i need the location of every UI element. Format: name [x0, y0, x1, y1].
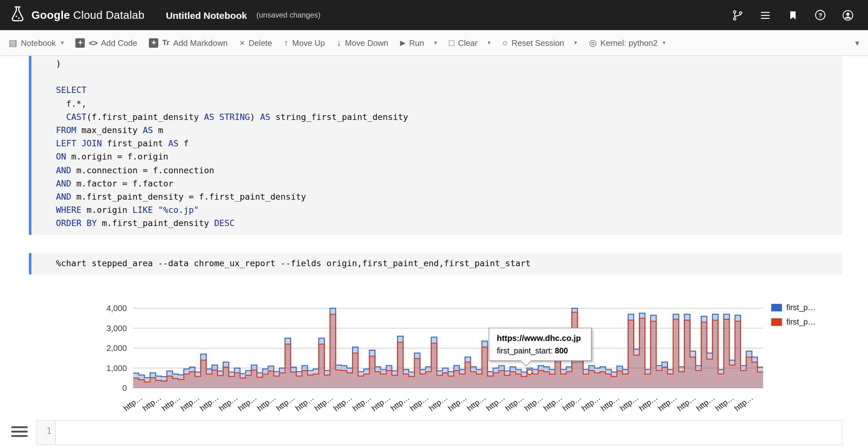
svg-text:http…: http… — [313, 393, 335, 412]
code-line: FROM max_density AS m — [56, 124, 842, 137]
add-code-button[interactable]: + <> Add Code — [76, 38, 137, 47]
code-icon: <> — [89, 38, 97, 47]
code-line: WHERE m.origin LIKE "%co.jp" — [56, 203, 842, 217]
code-line: ON m.origin = f.origin — [56, 150, 842, 164]
kernel-icon: ◎ — [589, 38, 596, 47]
code-line — [56, 70, 842, 84]
reset-dropdown-icon[interactable]: ▾ — [574, 39, 577, 46]
svg-text:0: 0 — [122, 383, 127, 392]
reset-session-label: Reset Session — [512, 38, 564, 47]
sql-code-cell[interactable]: ) SELECT f.*, CAST(f.first_paint_density… — [29, 56, 842, 235]
clear-dropdown-icon[interactable]: ▾ — [488, 39, 491, 46]
svg-text:http…: http… — [618, 393, 640, 412]
svg-text:http…: http… — [351, 393, 373, 412]
kernel-dropdown-icon: ▾ — [662, 39, 665, 46]
svg-text:http…: http… — [694, 393, 716, 412]
delete-label: Delete — [248, 38, 272, 47]
stepped-area-chart[interactable]: 01,0002,0003,0004,000http…http…http…http… — [0, 299, 816, 417]
add-markdown-label: Add Markdown — [173, 38, 228, 47]
svg-text:http…: http… — [293, 393, 316, 412]
clear-button[interactable]: □ Clear ▾ — [449, 38, 491, 47]
notebook-toolbar: ▤ Notebook ▾ + <> Add Code + Tr Add Mark… — [0, 30, 868, 56]
brand-rest: Cloud Datalab — [73, 8, 145, 21]
plus-icon: + — [149, 38, 159, 47]
notebook-menu-label: Notebook — [21, 38, 56, 47]
svg-text:http…: http… — [676, 393, 698, 412]
legend-label: first_p… — [786, 317, 815, 326]
git-branch-icon[interactable] — [731, 9, 744, 21]
legend-swatch-red — [771, 318, 782, 325]
svg-text:http…: http… — [217, 393, 239, 412]
svg-text:http…: http… — [637, 393, 659, 412]
svg-text:http…: http… — [141, 393, 163, 412]
svg-text:http…: http… — [523, 393, 545, 412]
code-line: LEFT JOIN first_paint AS f — [56, 137, 842, 150]
code-line: CAST(f.first_paint_density AS STRING) AS… — [56, 110, 842, 124]
svg-text:http…: http… — [255, 393, 277, 412]
code-editor-area[interactable] — [56, 420, 842, 444]
kernel-label: Kernel: python2 — [600, 38, 658, 47]
svg-text:http…: http… — [503, 393, 525, 412]
svg-text:http…: http… — [561, 393, 583, 412]
svg-text:http…: http… — [733, 393, 755, 412]
brand-google: Google — [31, 8, 70, 21]
svg-text:3,000: 3,000 — [106, 323, 127, 333]
account-icon[interactable] — [842, 9, 854, 21]
run-button[interactable]: ▶ Run ▾ — [400, 38, 437, 47]
bottom-cell-row: 1 — [0, 420, 868, 445]
legend-item-first-paint-end[interactable]: first_p… — [771, 303, 815, 312]
chart-command-line[interactable]: %chart stepped_area --data chrome_ux_rep… — [56, 257, 842, 270]
svg-text:http…: http… — [542, 393, 564, 412]
cell-menu-hamburger-icon[interactable] — [11, 423, 28, 440]
notebook-menu-button[interactable]: ▤ Notebook ▾ — [9, 38, 64, 47]
code-line: AND m.connection = f.connection — [56, 164, 842, 177]
move-down-button[interactable]: ↓ Move Down — [337, 38, 388, 47]
code-line: ) — [56, 57, 842, 70]
empty-code-cell[interactable]: 1 — [36, 420, 842, 445]
legend-label: first_p… — [786, 303, 815, 312]
svg-text:http…: http… — [122, 393, 144, 412]
sessions-list-icon[interactable] — [759, 9, 771, 21]
code-line: SELECT — [56, 84, 842, 97]
code-line: AND m.first_paint_density = f.first_pain… — [56, 190, 842, 203]
plus-icon: + — [76, 38, 85, 47]
add-code-label: Add Code — [101, 38, 137, 47]
svg-text:http…: http… — [713, 393, 736, 412]
svg-text:http…: http… — [332, 393, 353, 412]
tooltip-value: 800 — [555, 346, 568, 355]
text-format-icon: Tr — [162, 38, 169, 47]
brand[interactable]: Google Cloud Datalab — [10, 6, 145, 25]
arrow-down-icon: ↓ — [337, 38, 341, 47]
move-up-button[interactable]: ↑ Move Up — [284, 38, 325, 47]
chart-output: 01,0002,0003,0004,000http…http…http…http… — [0, 299, 868, 417]
svg-text:http…: http… — [408, 393, 430, 412]
delete-button[interactable]: × Delete — [240, 38, 272, 47]
arrow-up-icon: ↑ — [284, 38, 288, 47]
run-dropdown-icon[interactable]: ▾ — [434, 39, 437, 46]
clear-label: Clear — [458, 38, 478, 47]
move-down-label: Move Down — [345, 38, 388, 47]
add-markdown-button[interactable]: + Tr Add Markdown — [149, 38, 228, 47]
chevron-down-icon: ▾ — [61, 39, 64, 46]
move-up-label: Move Up — [292, 38, 325, 47]
chart-tooltip: https://www.dhc.co.jp first_paint_start:… — [489, 327, 592, 361]
reset-session-button[interactable]: ○ Reset Session ▾ — [502, 38, 577, 47]
svg-text:http…: http… — [389, 393, 411, 412]
svg-text:1,000: 1,000 — [106, 363, 127, 373]
brand-text: Google Cloud Datalab — [31, 8, 145, 22]
legend-item-first-paint-start[interactable]: first_p… — [771, 317, 815, 326]
unsaved-changes-label: (unsaved changes) — [256, 11, 320, 20]
svg-text:http…: http… — [198, 393, 220, 412]
svg-text:http…: http… — [599, 393, 621, 412]
notebook-title[interactable]: Untitled Notebook — [166, 10, 247, 21]
legend-swatch-blue — [771, 304, 782, 311]
svg-text:http…: http… — [275, 393, 297, 412]
bookmark-icon[interactable] — [786, 9, 799, 21]
help-icon[interactable]: ? — [814, 9, 827, 21]
svg-text:http…: http… — [236, 393, 258, 412]
tooltip-origin: https://www.dhc.co.jp — [497, 333, 584, 343]
kernel-selector[interactable]: ◎ Kernel: python2 ▾ — [589, 38, 665, 47]
toolbar-collapse-chevron-icon[interactable]: ▾ — [855, 38, 859, 47]
svg-text:http…: http… — [580, 393, 602, 412]
chart-command-cell[interactable]: %chart stepped_area --data chrome_ux_rep… — [29, 253, 842, 274]
